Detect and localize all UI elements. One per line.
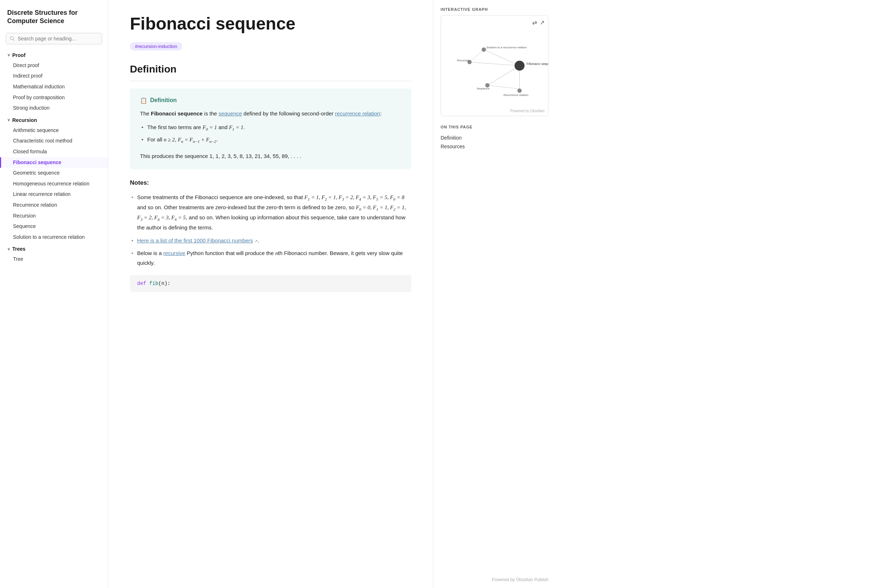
sidebar: Discrete Structures for Computer Science… bbox=[0, 0, 108, 588]
search-icon bbox=[10, 36, 15, 41]
recursive-link[interactable]: recursive bbox=[164, 250, 186, 256]
chevron-icon: ∨ bbox=[7, 118, 10, 122]
sidebar-item-linear-recurrence-relation[interactable]: Linear recurrence relation bbox=[0, 189, 108, 200]
sidebar-section-header-recursion[interactable]: ∨Recursion bbox=[0, 115, 108, 125]
chevron-icon: ∨ bbox=[7, 247, 10, 251]
main-content: Fibonacci sequence #recursion-induction … bbox=[108, 0, 433, 588]
definition-body: The Fibonacci sequence is the sequence d… bbox=[140, 109, 401, 160]
sidebar-item-arithmetic-sequence[interactable]: Arithmetic sequence bbox=[0, 125, 108, 136]
notes-item-1: Some treatments of the Fibonacci sequenc… bbox=[130, 191, 411, 234]
definition-box-title: Definition bbox=[150, 97, 177, 104]
sidebar-item-geometric-sequence[interactable]: Geometric sequence bbox=[0, 168, 108, 178]
graph-toolbar[interactable]: ⇄ ↗ bbox=[532, 19, 544, 26]
sidebar-section-trees: ∨TreesTree bbox=[0, 244, 108, 265]
definition-box: 📋 Definition The Fibonacci sequence is t… bbox=[130, 88, 411, 169]
code-function-name: fib bbox=[149, 280, 158, 286]
math-f0: F0 = 1 bbox=[202, 124, 217, 130]
external-link-icon: ↗ bbox=[254, 239, 258, 243]
sidebar-item-strong-induction[interactable]: Strong induction bbox=[0, 103, 108, 114]
on-this-page-items: DefinitionResources bbox=[441, 134, 549, 151]
sidebar-section-recursion: ∨RecursionArithmetic sequenceCharacteris… bbox=[0, 115, 108, 243]
section-heading-definition: Definition bbox=[130, 63, 411, 75]
graph-node-recurrence[interactable] bbox=[518, 88, 522, 93]
sidebar-items-recursion: Arithmetic sequenceCharacteristic root m… bbox=[0, 125, 108, 243]
graph-node-fibonacci[interactable] bbox=[514, 61, 525, 71]
sidebar-items-trees: Tree bbox=[0, 254, 108, 265]
graph-share-icon[interactable]: ⇄ bbox=[532, 19, 537, 26]
notes-heading: Notes: bbox=[130, 179, 411, 186]
sidebar-sections: ∨ProofDirect proofIndirect proofMathemat… bbox=[0, 50, 108, 266]
graph-expand-icon[interactable]: ↗ bbox=[540, 19, 544, 26]
sidebar-item-sequence[interactable]: Sequence bbox=[0, 221, 108, 232]
math-f1: F1 = 1 bbox=[229, 124, 244, 130]
svg-line-1 bbox=[13, 39, 14, 40]
sequence-result: This produces the sequence 1, 1, 2, 3, 5… bbox=[140, 152, 401, 161]
notes-list: Some treatments of the Fibonacci sequenc… bbox=[130, 191, 411, 269]
sidebar-title: Discrete Structures for Computer Science bbox=[0, 9, 108, 33]
sidebar-item-mathematical-induction[interactable]: Mathematical induction bbox=[0, 81, 108, 92]
sidebar-item-proof-by-contraposition[interactable]: Proof by contraposition bbox=[0, 92, 108, 103]
svg-line-7 bbox=[488, 85, 520, 89]
chevron-icon: ∨ bbox=[7, 52, 10, 57]
definition-list: The first two terms are F0 = 1 and F1 = … bbox=[140, 122, 401, 146]
svg-line-6 bbox=[470, 50, 484, 62]
math-n: n ≥ 2 bbox=[164, 137, 175, 142]
definition-list-item-2: For all n ≥ 2, Fn = Fn−1 + Fn−2. bbox=[140, 134, 401, 146]
fibonacci-list-link[interactable]: Here is a list of the first 1000 Fibonac… bbox=[137, 237, 253, 243]
svg-text:Fibonacci sequence: Fibonacci sequence bbox=[527, 62, 548, 66]
section-divider bbox=[130, 81, 411, 81]
sidebar-item-characteristic-root-method[interactable]: Characteristic root method bbox=[0, 136, 108, 147]
page-title: Fibonacci sequence bbox=[130, 14, 411, 33]
on-this-page-item-resources[interactable]: Resources bbox=[441, 142, 549, 151]
right-panel: INTERACTIVE GRAPH ⇄ ↗ Fibonacci sequence… bbox=[433, 0, 556, 588]
sidebar-section-header-proof[interactable]: ∨Proof bbox=[0, 50, 108, 60]
definition-paragraph: The Fibonacci sequence is the sequence d… bbox=[140, 109, 401, 118]
sidebar-item-solution-recurrence-relation[interactable]: Solution to a recurrence relation bbox=[0, 232, 108, 243]
sidebar-item-homogeneous-recurrence-relation[interactable]: Homogeneous recurrence relation bbox=[0, 178, 108, 189]
svg-line-3 bbox=[470, 62, 520, 66]
powered-footer: Powered by Obsidian Publish bbox=[441, 570, 549, 588]
svg-text:Recursion: Recursion bbox=[457, 59, 470, 62]
tag-badge[interactable]: #recursion-induction bbox=[130, 42, 182, 51]
definition-box-header: 📋 Definition bbox=[140, 97, 401, 104]
recurrence-relation-link[interactable]: recurrence relation bbox=[335, 110, 380, 117]
on-this-page-item-definition[interactable]: Definition bbox=[441, 134, 549, 142]
svg-text:Sequence: Sequence bbox=[477, 87, 490, 90]
fibonacci-bold: Fibonacci sequence bbox=[151, 110, 202, 117]
svg-text:Solution to a recurrence relat: Solution to a recurrence relation bbox=[486, 46, 527, 49]
code-keyword: def bbox=[137, 280, 146, 286]
graph-svg: Fibonacci sequence Solution to a recurre… bbox=[441, 15, 548, 116]
notes-item-2: Here is a list of the first 1000 Fibonac… bbox=[130, 234, 411, 247]
section-label: Recursion bbox=[12, 117, 37, 123]
sidebar-item-recursion[interactable]: Recursion bbox=[0, 211, 108, 222]
on-this-page-title: ON THIS PAGE bbox=[441, 125, 549, 129]
sidebar-item-indirect-proof[interactable]: Indirect proof bbox=[0, 71, 108, 81]
sidebar-item-direct-proof[interactable]: Direct proof bbox=[0, 60, 108, 71]
search-input[interactable] bbox=[18, 36, 98, 42]
sidebar-item-recurrence-relation[interactable]: Recurrence relation bbox=[0, 200, 108, 211]
code-block: def fib(n): bbox=[130, 275, 411, 292]
sidebar-item-tree[interactable]: Tree bbox=[0, 254, 108, 265]
graph-powered-label: Powered by Obsidian bbox=[510, 109, 544, 113]
sidebar-item-fibonacci-sequence[interactable]: Fibonacci sequence bbox=[0, 157, 108, 168]
section-label: Trees bbox=[12, 246, 26, 252]
sidebar-items-proof: Direct proofIndirect proofMathematical i… bbox=[0, 60, 108, 114]
graph-section-title: INTERACTIVE GRAPH bbox=[441, 7, 549, 12]
sidebar-section-proof: ∨ProofDirect proofIndirect proofMathemat… bbox=[0, 50, 108, 114]
section-label: Proof bbox=[12, 52, 26, 58]
sidebar-section-header-trees[interactable]: ∨Trees bbox=[0, 244, 108, 254]
math-fn: Fn = Fn−1 + Fn−2 bbox=[178, 137, 216, 142]
notes-item-3: Below is a recursive Python function tha… bbox=[130, 247, 411, 269]
svg-text:Recurrence relation: Recurrence relation bbox=[503, 93, 528, 97]
svg-line-4 bbox=[488, 66, 520, 85]
definition-icon: 📋 bbox=[140, 97, 147, 104]
definition-list-item-1: The first two terms are F0 = 1 and F1 = … bbox=[140, 122, 401, 134]
svg-line-2 bbox=[484, 50, 520, 66]
sidebar-item-closed-formula[interactable]: Closed formula bbox=[0, 147, 108, 157]
graph-container[interactable]: ⇄ ↗ Fibonacci sequence Solution to a rec… bbox=[441, 15, 549, 116]
search-box[interactable] bbox=[6, 33, 102, 44]
graph-node-solution[interactable] bbox=[482, 48, 486, 52]
sequence-link[interactable]: sequence bbox=[219, 110, 242, 117]
